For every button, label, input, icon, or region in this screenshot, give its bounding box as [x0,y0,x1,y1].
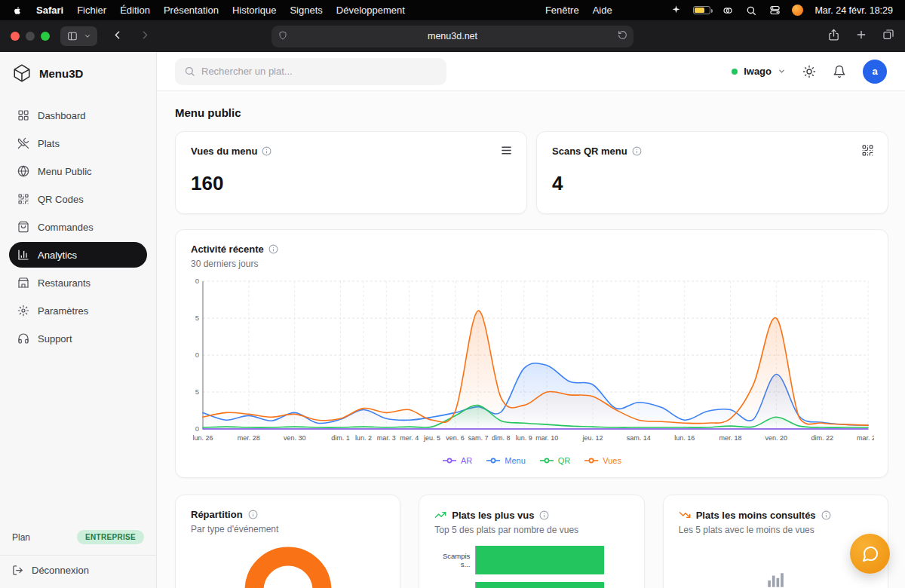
legend-line-icon [486,457,501,464]
close-window-button[interactable] [11,32,20,41]
top-plats-subtitle: Top 5 des plats par nombre de vues [434,525,628,535]
bar-label: Scampis s... [434,546,475,574]
svg-text:mar. 3: mar. 3 [377,434,396,442]
sidebar-item-qr-codes[interactable]: QR Codes [9,186,147,212]
spotlight-icon[interactable] [745,5,757,17]
new-tab-icon[interactable] [855,29,867,44]
repartition-donut-chart [243,545,333,588]
plan-row: Plan ENTREPRISE [0,522,156,555]
menubar-item-fen-tre[interactable]: Fenêtre [545,5,579,16]
stat-value: 160 [191,172,511,195]
minimize-window-button[interactable] [26,32,35,41]
menubar-item-d-veloppement[interactable]: Développement [336,5,405,16]
chevron-down-icon [778,67,786,75]
menubar-app-name[interactable]: Safari [36,5,63,16]
sidebar-toggle-control[interactable] [60,26,97,46]
history-navigation [111,29,152,44]
svg-text:ven. 20: ven. 20 [765,434,788,442]
search-icon [184,66,195,77]
gear-icon [17,305,29,317]
sidebar-footer: Plan ENTREPRISE Déconnexion [0,522,156,588]
cube-logo-icon [12,63,32,83]
trend-down-icon [679,509,691,521]
menubar-item-aide[interactable]: Aide [593,5,612,16]
sidebar-item-label: Dashboard [38,110,86,121]
logout-icon [12,565,23,576]
logout-button[interactable]: Déconnexion [0,555,156,588]
sidebar-item-label: QR Codes [38,194,84,205]
avatar[interactable]: a [863,60,887,84]
back-button[interactable] [111,29,124,44]
sidebar-item-label: Restaurants [38,277,90,289]
tab-overview-icon[interactable] [882,29,894,44]
continuity-rings-icon[interactable] [722,5,734,17]
sparkle-icon[interactable] [670,5,682,17]
chat-fab-button[interactable] [850,534,890,574]
account-switcher[interactable]: Iwago [732,66,786,77]
search-bar[interactable] [175,58,446,85]
utensils-icon [17,137,29,149]
zoom-window-button[interactable] [41,32,50,41]
theme-toggle-sun-icon[interactable] [802,65,816,78]
bar[interactable] [476,582,604,588]
sidebar-item-label: Plats [38,138,60,149]
sidebar-item-support[interactable]: Support [9,326,147,351]
activity-subtitle: 30 derniers jours [191,259,873,269]
info-icon[interactable] [248,510,258,519]
menubar-item-fichier[interactable]: Fichier [77,5,106,16]
legend-item-qr[interactable]: QR [539,456,571,465]
share-icon[interactable] [827,29,840,44]
legend-item-vues[interactable]: Vues [584,456,621,465]
address-bar[interactable]: menu3d.net [272,26,634,47]
svg-text:lun. 16: lun. 16 [674,434,695,442]
plan-badge: ENTREPRISE [77,530,144,544]
page-privacy-icon[interactable] [278,31,287,42]
sidebar-item-param-tres[interactable]: Paramètres [9,298,147,323]
qr-scan-icon[interactable] [861,144,874,157]
sidebar-item-analytics[interactable]: Analytics [9,242,147,268]
assistant-orb-icon[interactable] [792,5,803,16]
legend-item-menu[interactable]: Menu [486,456,526,465]
brand[interactable]: Menu3D [0,52,156,90]
stat-card-qr-scans: Scans QR menu 4 [536,131,888,214]
battery-icon[interactable] [693,6,710,14]
forward-button[interactable] [139,29,152,44]
header-actions: Iwago a [732,60,887,84]
menubar-item-historique[interactable]: Historique [232,5,277,16]
info-icon[interactable] [821,510,831,520]
info-icon[interactable] [539,510,549,520]
reload-icon[interactable] [618,30,627,42]
sidebar-item-menu-public[interactable]: Menu Public [9,158,147,184]
sidebar-item-dashboard[interactable]: Dashboard [9,103,147,128]
apple-logo-icon[interactable] [12,5,23,17]
activity-card: Activité récente 30 derniers jours 05050… [175,229,888,478]
menubar-item-pr-sentation[interactable]: Présentation [164,5,219,16]
menubar-item-signets[interactable]: Signets [290,5,322,16]
bar-label [434,582,475,588]
svg-text:sam. 14: sam. 14 [627,434,651,442]
notifications-bell-icon[interactable] [833,65,846,78]
stat-title: Scans QR menu [552,145,627,157]
legend-line-icon [442,457,457,464]
trend-up-icon [434,509,446,521]
info-icon[interactable] [268,244,278,254]
svg-text:mer. 28: mer. 28 [238,434,260,442]
svg-text:mar. 24: mar. 24 [857,434,874,442]
svg-text:dim. 8: dim. 8 [492,434,511,442]
info-icon[interactable] [262,146,272,156]
svg-text:0: 0 [195,424,199,433]
info-icon[interactable] [632,146,642,156]
menu-lines-icon[interactable] [500,144,513,157]
bar-row: Scampis s... [434,546,628,574]
menubar-item-dition[interactable]: Édition [120,5,150,16]
legend-item-ar[interactable]: AR [442,456,472,465]
sidebar-item-commandes[interactable]: Commandes [9,214,147,240]
sidebar-item-restaurants[interactable]: Restaurants [9,270,147,296]
search-input[interactable] [201,66,437,77]
least-viewed-subtitle: Les 5 plats avec le moins de vues [679,525,873,535]
menubar-clock[interactable]: Mar. 24 févr. 18:29 [814,5,893,16]
sidebar-item-plats[interactable]: Plats [9,130,147,156]
bar[interactable] [476,546,604,574]
sidebar-item-label: Menu Public [38,166,92,177]
control-center-icon[interactable] [768,5,781,17]
